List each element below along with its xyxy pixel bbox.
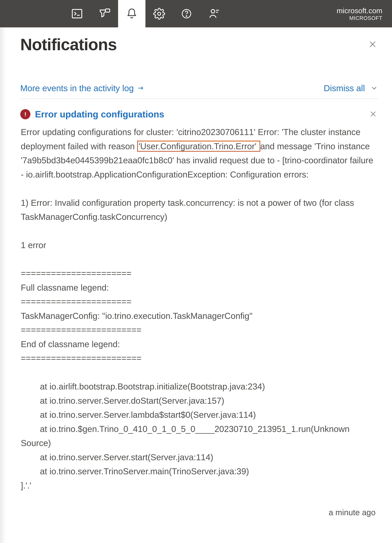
account-domain: microsoft.com (337, 6, 382, 15)
settings-icon[interactable] (146, 0, 173, 27)
dismiss-notification-button[interactable] (368, 109, 378, 119)
svg-point-5 (186, 16, 187, 17)
directory-filter-icon[interactable] (91, 0, 118, 27)
svg-rect-0 (72, 10, 82, 18)
feedback-icon[interactable] (200, 0, 228, 27)
help-icon[interactable] (173, 0, 200, 27)
notification-body: Error updating configurations for cluste… (20, 125, 378, 492)
activity-log-link[interactable]: More events in the activity log (20, 83, 144, 93)
close-panel-button[interactable] (367, 39, 378, 50)
notifications-icon[interactable] (118, 0, 146, 27)
notifications-panel: Notifications More events in the activit… (0, 27, 392, 525)
topbar: microsoft.com MICROSOFT (0, 0, 392, 27)
svg-rect-2 (105, 9, 110, 12)
page-title: Notifications (20, 35, 117, 54)
notification-header: Error updating configurations (20, 109, 378, 119)
cloud-shell-icon[interactable] (63, 0, 91, 27)
notification-title: Error updating configurations (35, 109, 364, 119)
notification-item: Error updating configurations Error upda… (20, 99, 378, 517)
error-icon (20, 109, 30, 119)
topbar-icons (63, 0, 228, 27)
panel-header: Notifications (20, 35, 378, 54)
dismiss-all-button[interactable]: Dismiss all (324, 83, 365, 93)
subheader-actions: Dismiss all (324, 83, 378, 93)
activity-log-link-label: More events in the activity log (20, 83, 134, 93)
notification-timestamp: a minute ago (20, 508, 378, 517)
svg-point-11 (25, 115, 26, 116)
notification-body-post: and message 'Trino instance '7a9b5bd3b4e… (21, 141, 376, 490)
svg-point-3 (158, 12, 161, 15)
notifications-panel-root: microsoft.com MICROSOFT Notifications Mo… (0, 0, 392, 543)
error-reason-highlight: 'User.Configuration.Trino.Error' (137, 141, 260, 152)
arrow-right-icon (137, 85, 144, 91)
subheader: More events in the activity log Dismiss … (20, 83, 378, 99)
account-info[interactable]: microsoft.com MICROSOFT (337, 6, 386, 21)
svg-point-6 (211, 9, 215, 13)
chevron-down-icon[interactable] (370, 84, 378, 92)
account-org: MICROSOFT (349, 15, 382, 21)
